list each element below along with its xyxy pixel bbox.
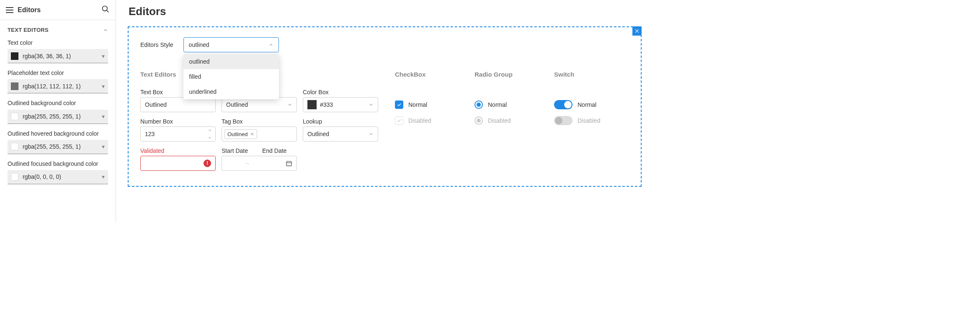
close-selection-button[interactable]	[632, 26, 642, 36]
colorbox-label: Color Box	[303, 89, 378, 95]
search-icon[interactable]	[101, 5, 110, 15]
radio-normal-label: Normal	[488, 101, 507, 108]
chevron-down-icon	[369, 131, 374, 137]
numberbox-label: Number Box	[140, 118, 216, 125]
sidebar-title: Editors	[18, 6, 41, 14]
editors-style-label: Editors Style	[140, 41, 173, 48]
check-icon	[397, 118, 402, 123]
chevron-down-icon: ▾	[102, 143, 105, 150]
switch-disabled	[554, 116, 573, 125]
prop-placeholder-color: Placeholder text color rgba(112, 112, 11…	[8, 69, 108, 93]
checkbox-disabled	[395, 116, 403, 125]
chevron-up-icon	[103, 28, 108, 33]
hamburger-icon[interactable]	[6, 7, 13, 13]
prop-outlined-focus-bg: Outlined focused background color rgba(0…	[8, 160, 108, 184]
close-icon	[634, 28, 640, 34]
chevron-down-icon: ▾	[102, 83, 105, 90]
page-title: Editors	[128, 5, 642, 18]
sidebar-body: TEXT EDITORS Text color rgba(36, 36, 36,…	[0, 20, 116, 223]
chevron-down-icon: ▾	[102, 173, 105, 180]
color-select[interactable]: rgba(255, 255, 255, 1) ▾	[8, 140, 108, 154]
color-swatch	[11, 173, 18, 180]
color-select[interactable]: rgba(112, 112, 112, 1) ▾	[8, 79, 108, 93]
chevron-down-icon	[287, 102, 292, 107]
daterange-input[interactable]: →	[222, 156, 297, 171]
dropdown-option-filled[interactable]: filled	[183, 69, 279, 84]
error-icon: !	[204, 160, 211, 167]
chevron-up-icon	[268, 42, 273, 47]
radio-disabled	[475, 116, 483, 125]
enddate-label: End Date	[262, 147, 297, 154]
prop-label: Placeholder text color	[8, 69, 108, 77]
color-swatch	[11, 113, 18, 120]
color-value: rgba(0, 0, 0, 0)	[23, 173, 98, 180]
color-swatch	[11, 82, 18, 90]
checkbox-title: CheckBox	[395, 71, 458, 78]
dropdown-option-outlined[interactable]: outlined	[183, 54, 279, 69]
selection-frame: Editors Style outlined outlined filled u…	[128, 26, 642, 187]
dropdown-panel: outlined filled underlined	[183, 54, 279, 99]
radio-normal[interactable]	[475, 100, 483, 109]
prop-outlined-bg: Outlined background color rgba(255, 255,…	[8, 99, 108, 124]
numberbox-input[interactable]: 123	[140, 126, 216, 142]
color-value: rgba(112, 112, 112, 1)	[23, 83, 98, 90]
color-swatch	[11, 143, 18, 150]
color-swatch	[307, 100, 317, 109]
startdate-label: Start Date	[222, 147, 256, 154]
color-value: rgba(255, 255, 255, 1)	[23, 143, 98, 150]
spinner-up-icon[interactable]	[208, 128, 212, 132]
prop-label: Outlined focused background color	[8, 160, 108, 168]
prop-outlined-hover-bg: Outlined hovered background color rgba(2…	[8, 130, 108, 154]
dropdown-option-underlined[interactable]: underlined	[183, 84, 279, 99]
validated-input[interactable]: !	[140, 156, 216, 171]
lookup-input[interactable]: Outlined	[303, 126, 378, 142]
svg-rect-2	[286, 161, 291, 166]
calendar-icon[interactable]	[286, 160, 292, 167]
checkbox-disabled-label: Disabled	[408, 117, 431, 124]
color-value: rgba(36, 36, 36, 1)	[23, 53, 98, 59]
tagbox-label: Tag Box	[222, 118, 297, 125]
sidebar: Editors TEXT EDITORS Text color rgba(36,…	[0, 0, 116, 223]
svg-point-0	[103, 6, 108, 11]
select-value: outlined	[189, 41, 209, 48]
section-title: TEXT EDITORS	[8, 27, 49, 33]
check-icon	[397, 102, 402, 107]
spinner-down-icon[interactable]	[208, 136, 212, 140]
chevron-down-icon	[369, 102, 374, 107]
prop-text-color: Text color rgba(36, 36, 36, 1) ▾	[8, 39, 108, 63]
color-select[interactable]: rgba(255, 255, 255, 1) ▾	[8, 110, 108, 124]
radio-title: Radio Group	[475, 71, 537, 78]
main: Editors Editors Style outlined outlined …	[116, 0, 653, 223]
prop-label: Text color	[8, 39, 108, 46]
prop-label: Outlined background color	[8, 99, 108, 107]
switch-normal-label: Normal	[578, 101, 596, 108]
arrow-right-icon: →	[244, 160, 250, 167]
checkbox-normal-label: Normal	[408, 101, 427, 108]
textbox-input[interactable]: Outlined	[140, 97, 216, 112]
tag-chip[interactable]: Outlined	[224, 129, 257, 139]
svg-line-1	[107, 10, 109, 13]
colorbox-input[interactable]: #333	[303, 97, 378, 112]
sidebar-header: Editors	[0, 0, 116, 20]
prop-label: Outlined hovered background color	[8, 130, 108, 137]
lookup-label: Lookup	[303, 118, 378, 125]
tag-remove-icon[interactable]	[250, 132, 254, 136]
color-swatch	[11, 52, 18, 60]
switch-title: Switch	[554, 71, 617, 78]
color-value: rgba(255, 255, 255, 1)	[23, 113, 98, 120]
chevron-down-icon: ▾	[102, 53, 105, 59]
switch-disabled-label: Disabled	[578, 117, 600, 124]
validated-label: Validated	[140, 147, 216, 154]
switch-normal[interactable]	[554, 100, 573, 109]
color-select[interactable]: rgba(36, 36, 36, 1) ▾	[8, 49, 108, 63]
selectbox-input[interactable]: Outlined	[222, 97, 297, 112]
checkbox-normal[interactable]	[395, 100, 403, 109]
radio-disabled-label: Disabled	[488, 117, 511, 124]
section-toggle-text-editors[interactable]: TEXT EDITORS	[8, 27, 108, 33]
chevron-down-icon: ▾	[102, 113, 105, 120]
color-select[interactable]: rgba(0, 0, 0, 0) ▾	[8, 170, 108, 184]
tagbox-input[interactable]: Outlined	[222, 126, 297, 142]
editors-style-select[interactable]: outlined outlined filled underlined	[183, 37, 279, 52]
